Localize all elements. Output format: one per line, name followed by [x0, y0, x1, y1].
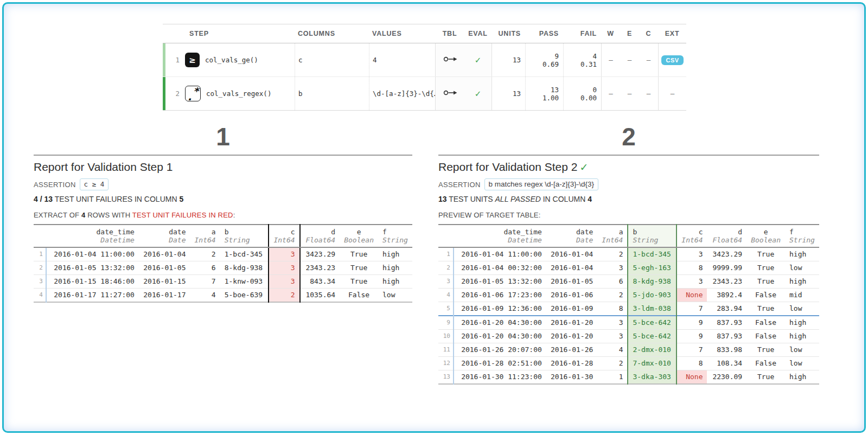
- column-name-e: e: [340, 225, 378, 236]
- row-number: 4: [34, 289, 46, 303]
- col-header-c: C: [639, 30, 658, 37]
- pass-cell: 131.00: [525, 77, 563, 110]
- table-row: 22016-01-04 00:32:002016-01-0435-egh-163…: [438, 261, 819, 275]
- cell-c: 8: [676, 261, 707, 275]
- cell-date: 2016-01-05: [139, 261, 190, 275]
- summary-line: 4 / 13 TEST UNIT FAILURES IN COLUMN 5: [34, 195, 412, 203]
- col-header-columns: COLUMNS: [295, 30, 369, 37]
- cell-date: 2016-01-09: [546, 302, 597, 316]
- warn-cell: —: [601, 43, 620, 76]
- step-function-name: col_vals_regex(): [206, 89, 271, 98]
- error-cell: —: [620, 43, 639, 76]
- validation-header-row: STEPCOLUMNSVALUESTBLEVALUNITSPASSFAILWEC…: [163, 24, 686, 43]
- column-name-a: a: [597, 225, 628, 236]
- row-number: 1: [34, 247, 46, 261]
- cell-b: 5-egh-163: [628, 261, 676, 275]
- table-row: 32016-01-05 13:32:002016-01-0568-kdg-938…: [438, 275, 819, 289]
- cell-date: 2016-01-17: [139, 289, 190, 303]
- cell-date: 2016-01-04: [546, 261, 597, 275]
- assertion-expression: b matches regex \d-[a-z]{3}-\d{3}: [484, 178, 598, 190]
- cell-date_time: 2016-01-04 11:00:00: [46, 247, 139, 261]
- column-name-b: b: [628, 225, 676, 236]
- cell-f: high: [785, 275, 819, 289]
- cell-c: 3: [269, 261, 300, 275]
- rownum-header: [438, 225, 454, 236]
- data-preview-table: date_timedateabcdefDatetimeDateInt64Stri…: [438, 224, 819, 385]
- cell-f: high: [378, 261, 412, 275]
- cell-e: False: [746, 330, 785, 343]
- table-row: 12016-01-04 11:00:002016-01-0421-bcd-345…: [438, 247, 819, 261]
- warn-cell: —: [601, 77, 620, 110]
- column-type-f: String: [378, 236, 412, 247]
- cell-b: 1-knw-093: [220, 275, 269, 289]
- cell-c: 3: [676, 247, 707, 261]
- column-type-a: Int64: [190, 236, 220, 247]
- column-name-f: f: [785, 225, 819, 236]
- cell-date_time: 2016-01-06 17:23:00: [454, 289, 546, 302]
- divider: [438, 155, 819, 156]
- cell-c: 2: [269, 289, 300, 303]
- col-header-eval: EVAL: [464, 30, 492, 37]
- fail-cell: 00.00: [563, 77, 601, 110]
- row-number: 10: [438, 330, 454, 343]
- values-cell: \d-[a-z]{3}-\d{…: [369, 77, 435, 110]
- cell-a: 3: [597, 261, 628, 275]
- cell-a: 3: [597, 316, 628, 330]
- table-start-arrow-icon: [443, 89, 457, 98]
- fail-values: 00.00: [580, 86, 597, 102]
- table-row: 32016-01-15 18:46:002016-01-1571-knw-093…: [34, 275, 412, 289]
- column-name-e: e: [746, 225, 785, 236]
- cell-d: 3423.29: [707, 247, 746, 261]
- fail-values: 40.31: [580, 52, 597, 68]
- cell-d: 1035.64: [300, 289, 340, 303]
- table-row: 42016-01-06 17:23:002016-01-0625-jdo-903…: [438, 289, 819, 302]
- cell-a: 2: [597, 247, 628, 261]
- cell-e: True: [340, 261, 378, 275]
- cell-f: mid: [785, 289, 819, 302]
- cell-f: high: [785, 330, 819, 343]
- report-table-1: date_timedateabcdefDatetimeDateInt64Stri…: [34, 224, 412, 303]
- cell-date: 2016-01-06: [546, 289, 597, 302]
- cell-a: 6: [190, 261, 220, 275]
- column-type-f: String: [785, 236, 819, 247]
- cell-c: 9: [676, 316, 707, 330]
- cell-a: 2: [190, 247, 220, 261]
- cell-d: 2343.23: [707, 275, 746, 289]
- cell-date_time: 2016-01-26 20:07:00: [454, 343, 546, 357]
- eval-cell: ✓: [464, 43, 492, 76]
- row-number: 4: [438, 289, 454, 302]
- ext-cell: CSV: [658, 43, 686, 76]
- col-header-fail: FAIL: [563, 30, 601, 37]
- table-row: 52016-01-09 12:36:002016-01-0983-ldm-038…: [438, 302, 819, 316]
- status-color-bar: [163, 43, 165, 76]
- cell-b: 3-dka-303: [628, 370, 676, 385]
- csv-export-button[interactable]: CSV: [661, 55, 683, 65]
- col-header-tbl: TBL: [435, 30, 464, 37]
- cell-a: 3: [597, 330, 628, 343]
- critical-cell: —: [639, 43, 658, 76]
- col-header-step: STEP: [165, 30, 295, 37]
- step-cell: 1≥col_vals_ge(): [165, 43, 295, 76]
- columns-cell: c: [295, 43, 369, 76]
- cell-c: 7: [676, 302, 707, 316]
- cell-f: low: [785, 261, 819, 275]
- cell-a: 1: [597, 370, 628, 385]
- table-row: 102016-01-20 04:30:002016-01-2035-bce-64…: [438, 330, 819, 343]
- cell-date_time: 2016-01-20 04:30:00: [454, 330, 546, 343]
- cell-e: True: [746, 275, 785, 289]
- data-preview-table: date_timedateabcdefDatetimeDateInt64Stri…: [34, 224, 412, 303]
- cell-date_time: 2016-01-05 13:32:00: [454, 275, 546, 289]
- cell-date: 2016-01-28: [546, 357, 597, 370]
- tbl-cell: [435, 43, 464, 76]
- cell-a: 2: [597, 289, 628, 302]
- cell-d: 837.93: [707, 316, 746, 330]
- cell-d: 2343.23: [300, 261, 340, 275]
- col-header-e: E: [620, 30, 639, 37]
- row-number: 3: [34, 275, 46, 289]
- column-name-c: c: [676, 225, 707, 236]
- cell-c: 7: [676, 343, 707, 357]
- column-type-b: String: [628, 236, 676, 247]
- cell-date_time: 2016-01-09 12:36:00: [454, 302, 546, 316]
- cell-a: 4: [190, 289, 220, 303]
- col-header-values: VALUES: [369, 30, 435, 37]
